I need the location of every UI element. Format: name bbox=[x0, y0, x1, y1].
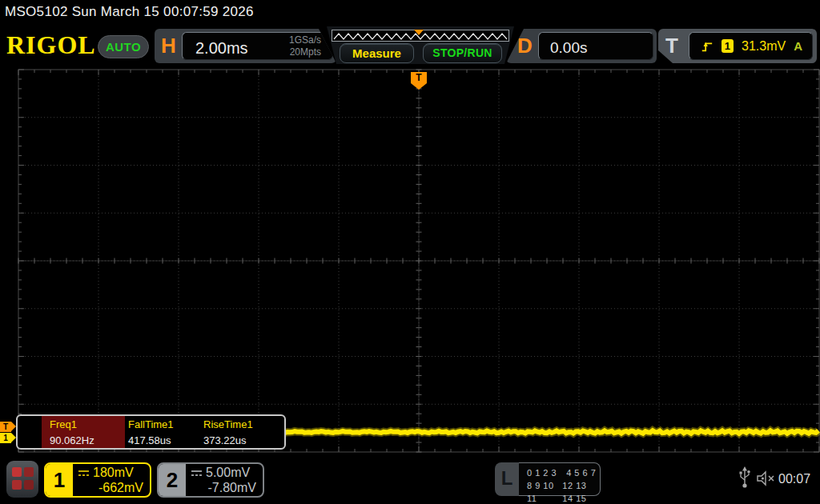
timebase-display: 2.00ms 1GSa/s 20Mpts bbox=[182, 32, 333, 60]
oscilloscope-screen: MSO5102 Sun March 15 00:07:59 2026 RIGOL… bbox=[0, 0, 820, 504]
menu-grid-icon bbox=[24, 480, 34, 490]
trigger-display: 1 31.3mV A bbox=[689, 32, 813, 60]
usb-icon bbox=[739, 466, 750, 489]
stop-run-button[interactable]: STOP/RUN bbox=[423, 43, 502, 63]
logic-group: 12 13 14 15 bbox=[562, 479, 600, 504]
channel-2-scale: 5.00mV bbox=[206, 466, 250, 480]
ch1-offset-flag[interactable]: 1 bbox=[0, 433, 11, 443]
menu-grid-icon bbox=[12, 467, 22, 477]
dc-coupling-icon bbox=[191, 469, 203, 477]
trigger-source-channel: 1 bbox=[722, 39, 734, 53]
horizontal-delay-block[interactable]: D 0.00s bbox=[506, 29, 657, 63]
logic-group: 4 5 6 7 bbox=[566, 466, 596, 479]
uptime-clock: 00:07 bbox=[778, 472, 810, 486]
measurement-item[interactable]: Freq1 90.062Hz bbox=[50, 418, 130, 446]
trigger-sweep-mode: A bbox=[794, 39, 802, 53]
menu-grid-icon bbox=[12, 480, 22, 490]
delay-value: 0.00s bbox=[550, 39, 587, 57]
trigger-level-flag[interactable]: T bbox=[0, 422, 11, 432]
graticule-grid bbox=[18, 70, 819, 452]
measurement-item[interactable]: RiseTime1 373.22us bbox=[203, 418, 283, 446]
measurement-item[interactable]: FallTime1 417.58us bbox=[128, 418, 208, 446]
d-label: D bbox=[517, 34, 533, 58]
channel-1-number: 1 bbox=[46, 464, 73, 496]
rigol-logo: RIGOL bbox=[6, 30, 96, 60]
logic-channels-badge[interactable]: L 0 1 2 3 4 5 6 7 8 9 10 11 12 13 14 15 bbox=[495, 462, 601, 496]
channel-1-offset: -662mV bbox=[78, 481, 143, 495]
trigger-position-marker[interactable]: T bbox=[411, 72, 427, 83]
channel-1-badge[interactable]: 1 180mV -662mV bbox=[44, 462, 151, 498]
measurement-results-panel[interactable]: Freq1 90.062Hz FallTime1 417.58us RiseTi… bbox=[16, 414, 286, 450]
menu-grid-icon bbox=[24, 467, 34, 477]
timebase-value: 2.00ms bbox=[195, 39, 248, 58]
logic-label: L bbox=[495, 462, 519, 496]
channel-1-scale: 180mV bbox=[93, 466, 134, 480]
speaker-muted-icon bbox=[756, 470, 777, 486]
measure-button[interactable]: Measure bbox=[340, 43, 414, 63]
horizontal-timebase-block[interactable]: H 2.00ms 1GSa/s 20Mpts bbox=[155, 29, 336, 63]
sample-rate: 1GSa/s bbox=[289, 34, 321, 46]
trigger-level-value: 31.3mV bbox=[742, 39, 786, 54]
preview-trigger-marker-icon[interactable] bbox=[414, 30, 424, 35]
h-label: H bbox=[161, 34, 176, 58]
model-and-datetime: MSO5102 Sun March 15 00:07:59 2026 bbox=[5, 4, 254, 20]
delay-display: 0.00s bbox=[538, 32, 653, 60]
graticule bbox=[0, 66, 820, 456]
acquisition-mode-badge: AUTO bbox=[98, 35, 149, 58]
logic-group: 0 1 2 3 bbox=[527, 466, 557, 479]
memory-depth: 20Mpts bbox=[289, 46, 321, 58]
dc-coupling-icon bbox=[78, 469, 90, 477]
trigger-slope-rising-icon bbox=[701, 39, 713, 54]
trigger-block[interactable]: T 1 31.3mV A bbox=[658, 29, 817, 63]
channel-2-badge[interactable]: 2 5.00mV -7.80mV bbox=[157, 462, 264, 498]
logic-group: 8 9 10 11 bbox=[527, 479, 556, 504]
t-label: T bbox=[665, 34, 678, 58]
channel-2-number: 2 bbox=[159, 464, 186, 496]
channel-2-offset: -7.80mV bbox=[191, 481, 256, 495]
menu-grid-button[interactable] bbox=[6, 461, 38, 498]
